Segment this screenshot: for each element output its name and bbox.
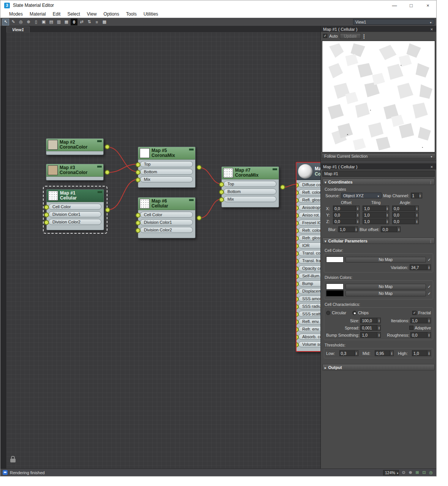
- input-socket[interactable]: [44, 220, 49, 225]
- division-color2-map-button[interactable]: No Map: [345, 291, 426, 296]
- circular-radio[interactable]: [326, 311, 330, 315]
- menu-item[interactable]: View: [84, 11, 100, 17]
- node-slot[interactable]: Refl. color: [297, 189, 320, 196]
- adaptive-checkbox[interactable]: [409, 326, 413, 330]
- cell-color-map-button[interactable]: No Map: [345, 257, 426, 263]
- input-socket[interactable]: [44, 205, 49, 210]
- input-socket[interactable]: [296, 289, 299, 294]
- input-socket[interactable]: [136, 170, 140, 175]
- offset-spinner[interactable]: 0,0: [333, 212, 360, 218]
- node-sorting-icon[interactable]: ⇅: [86, 19, 93, 25]
- node-map1[interactable]: Map #1 Cellular Cell Color: [46, 189, 104, 230]
- blur-spinner[interactable]: 1,0: [338, 226, 358, 232]
- delete-selected-icon[interactable]: ▯: [33, 19, 39, 25]
- pin-icon[interactable]: [363, 33, 366, 40]
- angle-spinner[interactable]: 0,0: [392, 218, 419, 224]
- node-slot[interactable]: Refr. gloss: [297, 234, 320, 242]
- spinner-arrows-icon[interactable]: [397, 227, 400, 232]
- zoom-region-icon[interactable]: ⊞: [414, 470, 420, 476]
- input-socket[interactable]: [296, 335, 299, 340]
- zoom-level-dropdown[interactable]: 124%: [383, 470, 399, 475]
- input-socket[interactable]: [296, 190, 299, 195]
- zoom-icon[interactable]: ⊕: [407, 470, 413, 476]
- input-socket[interactable]: [296, 327, 299, 332]
- node-slot[interactable]: Anisotropy: [297, 204, 320, 212]
- input-socket[interactable]: [296, 297, 299, 302]
- collapse-icon[interactable]: [189, 199, 194, 201]
- node-slot[interactable]: Displacem: [297, 288, 320, 295]
- menu-item[interactable]: Modes: [6, 11, 26, 17]
- wire[interactable]: [199, 168, 221, 184]
- view-selector-dropdown[interactable]: View1: [353, 19, 434, 25]
- division-color1-map-button[interactable]: No Map: [345, 284, 426, 290]
- spinner-arrows-icon[interactable]: [356, 206, 359, 211]
- spinner-arrows-icon[interactable]: [385, 219, 389, 224]
- node-map2[interactable]: Map #2 CoronaColor: [46, 138, 104, 155]
- node-slot[interactable]: Cell Color: [138, 211, 195, 219]
- map-enable-checkbox[interactable]: [428, 257, 431, 262]
- roughness-spinner[interactable]: 0,0: [410, 332, 431, 338]
- offset-spinner[interactable]: 0,0: [333, 206, 360, 211]
- collapse-icon[interactable]: [273, 168, 277, 170]
- spinner-arrows-icon[interactable]: [356, 219, 359, 224]
- output-socket[interactable]: [105, 207, 110, 212]
- node-slot[interactable]: Refl. env.: [297, 318, 320, 326]
- size-spinner[interactable]: 100,0: [360, 318, 381, 323]
- map-channel-spinner[interactable]: 1: [411, 193, 422, 198]
- input-socket[interactable]: [296, 282, 299, 287]
- spinner-arrows-icon[interactable]: [418, 193, 422, 198]
- close-icon[interactable]: ×: [429, 165, 434, 169]
- spinner-arrows-icon[interactable]: [385, 206, 389, 211]
- input-socket[interactable]: [136, 213, 140, 218]
- spinner-arrows-icon[interactable]: [377, 332, 380, 337]
- pan-hand-icon[interactable]: ⊙: [401, 470, 407, 476]
- update-button[interactable]: Update: [340, 33, 361, 39]
- zoom-extents-icon[interactable]: ⊡: [421, 470, 427, 476]
- layout-all-horizontal-icon[interactable]: ▤: [48, 19, 55, 25]
- auto-checkbox[interactable]: [323, 34, 327, 38]
- node-canvas[interactable]: Map #2 CoronaColor Map #3 CoronaCo: [6, 32, 320, 469]
- node-slot[interactable]: Diffuse co: [297, 181, 320, 189]
- node-swatch[interactable]: [140, 148, 150, 158]
- node-slot[interactable]: Mix: [222, 196, 279, 203]
- spinner-arrows-icon[interactable]: [415, 212, 418, 217]
- layout-children-icon[interactable]: ▦: [63, 19, 70, 25]
- node-slot[interactable]: Fresnel IO: [297, 219, 320, 227]
- angle-spinner[interactable]: 0,0: [392, 206, 419, 211]
- spinner-arrows-icon[interactable]: [356, 212, 359, 217]
- menu-item[interactable]: Tools: [123, 11, 140, 17]
- pick-material-icon[interactable]: ◎: [17, 19, 24, 25]
- node-slot[interactable]: Mix: [138, 176, 195, 184]
- output-socket[interactable]: [197, 215, 202, 220]
- node-swatch[interactable]: [48, 165, 58, 175]
- collapse-icon[interactable]: [97, 140, 102, 142]
- rollout-coordinates[interactable]: Coordinates: [322, 179, 435, 185]
- node-slot[interactable]: Division Color2: [138, 226, 195, 234]
- collapse-icon[interactable]: [189, 149, 194, 150]
- output-socket[interactable]: [280, 185, 285, 190]
- node-slot[interactable]: SSS amou: [297, 295, 320, 303]
- low-spinner[interactable]: 0,3: [339, 350, 358, 356]
- output-socket[interactable]: [105, 170, 110, 175]
- input-socket[interactable]: [136, 220, 140, 225]
- division-color1-swatch[interactable]: [326, 283, 344, 290]
- render-map-icon[interactable]: ▩: [101, 19, 108, 25]
- spread-spinner[interactable]: 0,001: [360, 325, 381, 331]
- map-enable-checkbox[interactable]: [428, 284, 431, 289]
- node-swatch[interactable]: [48, 191, 58, 201]
- input-socket[interactable]: [44, 212, 49, 217]
- input-socket[interactable]: [136, 228, 140, 233]
- spinner-arrows-icon[interactable]: [355, 351, 358, 356]
- parameters-header[interactable]: Map #1 ( Cellular ) ×: [321, 164, 436, 169]
- input-socket[interactable]: [296, 251, 299, 256]
- spinner-arrows-icon[interactable]: [427, 332, 431, 337]
- node-slot[interactable]: Division Color2: [47, 218, 104, 226]
- node-slot[interactable]: SSS radius: [297, 303, 320, 310]
- input-socket[interactable]: [296, 221, 299, 226]
- node-map7[interactable]: Map #7 CoronaMix Top Bottom: [221, 166, 279, 207]
- select-arrow-icon[interactable]: ↖: [2, 19, 9, 25]
- hide-unused-nodeslots-icon[interactable]: ⇄: [78, 19, 85, 25]
- tiling-spinner[interactable]: 1,0: [363, 218, 389, 224]
- chips-radio[interactable]: [352, 311, 357, 315]
- node-slot[interactable]: Division Color1: [47, 211, 104, 218]
